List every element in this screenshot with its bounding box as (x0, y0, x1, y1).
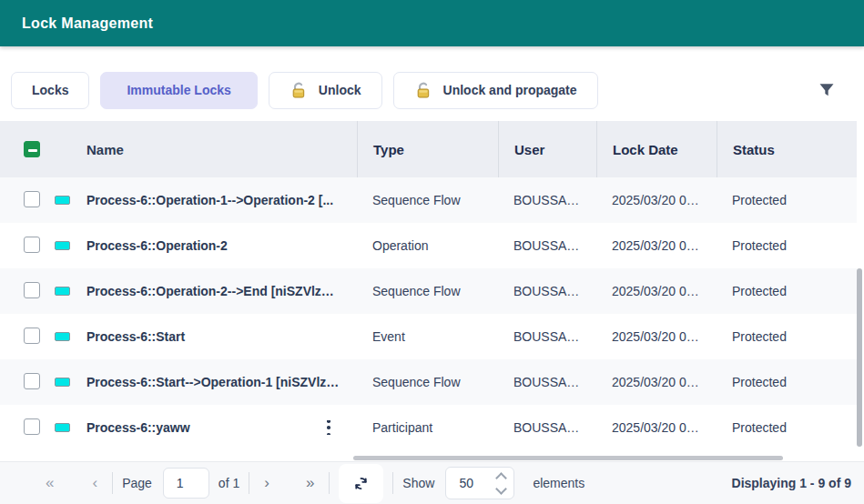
lock-user: BOUSSA… (498, 375, 596, 389)
page-count-label: of 1 (219, 476, 239, 490)
lock-type: Participant (357, 420, 498, 435)
next-page-button[interactable]: › (259, 474, 275, 492)
indeterminate-dash-icon (28, 149, 37, 152)
page-number-input[interactable] (163, 468, 209, 499)
divider (392, 472, 393, 494)
table-row[interactable]: Process-6::Operation-1-->Operation-2 [..… (0, 177, 857, 223)
lock-date: 2025/03/20 0… (596, 329, 717, 344)
unlock-button[interactable]: Unlock (269, 72, 382, 109)
divider (249, 472, 249, 494)
table-row[interactable]: Process-6::Start-->Operation-1 [niSZVlz…… (0, 359, 857, 405)
element-chip-icon (55, 287, 70, 296)
toolbar: Locks Immutable Locks Unlock Unlock and … (0, 71, 864, 109)
row-checkbox[interactable] (24, 237, 40, 253)
table-row[interactable]: Process-6::Start Event BOUSSA… 2025/03/2… (0, 314, 857, 359)
page-label: Page (122, 476, 152, 490)
lock-status: Protected (717, 375, 857, 389)
lock-name: Process-6::Operation-2-->End [niSZVlz… (86, 284, 357, 298)
immutable-locks-button[interactable]: Immutable Locks (100, 72, 257, 109)
element-chip-icon (55, 241, 70, 250)
previous-page-button[interactable]: ‹ (86, 474, 103, 492)
locks-button-label: Locks (32, 83, 68, 97)
row-menu-kebab-icon[interactable] (322, 420, 335, 435)
lock-status: Protected (717, 329, 857, 344)
horizontal-scrollbar[interactable] (353, 456, 783, 460)
displaying-range-label: Displaying 1 - 9 of 9 (732, 476, 851, 490)
row-checkbox[interactable] (24, 328, 40, 344)
select-all-checkbox[interactable] (24, 141, 40, 157)
row-checkbox[interactable] (24, 418, 40, 435)
table-row[interactable]: Process-6::yaww Participant BOUSSA… 2025… (0, 405, 857, 450)
lock-name: Process-6::Operation-2 (86, 238, 357, 253)
lock-type: Event (357, 329, 498, 344)
refresh-button[interactable] (339, 464, 383, 503)
lock-name: Process-6::yaww (86, 420, 190, 435)
lock-user: BOUSSA… (498, 284, 596, 298)
last-page-button[interactable]: » (300, 474, 320, 492)
lock-type: Sequence Flow (357, 193, 498, 207)
lock-date: 2025/03/20 0… (596, 420, 717, 435)
row-checkbox[interactable] (24, 282, 40, 298)
lock-type: Operation (357, 238, 498, 253)
funnel-icon[interactable] (813, 76, 840, 104)
lock-name: Process-6::Start (86, 329, 357, 344)
element-chip-icon (55, 332, 70, 341)
lock-status: Protected (717, 284, 857, 298)
divider (112, 472, 113, 494)
column-header-type[interactable]: Type (357, 121, 498, 177)
page-size-stepper[interactable]: 50 (445, 467, 514, 499)
lock-name: Process-6::Operation-1-->Operation-2 [..… (86, 193, 357, 207)
lock-user: BOUSSA… (498, 329, 596, 344)
increment-chevron-icon[interactable] (496, 472, 508, 484)
lock-user: BOUSSA… (498, 193, 596, 207)
lock-type: Sequence Flow (357, 284, 498, 298)
lock-status: Protected (717, 420, 857, 435)
lock-date: 2025/03/20 0… (596, 375, 717, 389)
lock-date: 2025/03/20 0… (596, 238, 717, 253)
lock-name: Process-6::Start-->Operation-1 [niSZVlz… (86, 375, 357, 389)
column-header-lock-date[interactable]: Lock Date (596, 121, 717, 177)
vertical-scrollbar[interactable] (857, 268, 862, 447)
column-header-status[interactable]: Status (717, 121, 857, 177)
open-padlock-icon (290, 81, 308, 99)
unlock-and-propagate-button[interactable]: Unlock and propagate (393, 72, 598, 109)
open-padlock-icon (414, 81, 432, 99)
decrement-chevron-icon[interactable] (496, 483, 508, 495)
table-row[interactable]: Process-6::Operation-2 Operation BOUSSA…… (0, 223, 857, 268)
app-header: Lock Management (0, 0, 864, 46)
column-header-user[interactable]: User (498, 121, 596, 177)
lock-status: Protected (717, 238, 857, 253)
element-chip-icon (55, 423, 70, 432)
lock-date: 2025/03/20 0… (596, 284, 717, 298)
show-label: Show (402, 476, 434, 490)
first-page-button[interactable]: « (40, 474, 59, 492)
lock-user: BOUSSA… (498, 238, 596, 253)
lock-status: Protected (717, 193, 857, 207)
elements-label: elements (533, 476, 584, 490)
divider (329, 472, 330, 494)
lock-type: Sequence Flow (357, 375, 498, 389)
element-chip-icon (55, 196, 70, 205)
row-checkbox[interactable] (24, 373, 40, 389)
pagination-bar: « ‹ Page of 1 › » Show 50 elements Displ… (0, 461, 864, 504)
refresh-icon (352, 475, 370, 492)
page-title: Lock Management (22, 15, 153, 32)
table-header-row: Name Type User Lock Date Status (0, 121, 857, 177)
table-row[interactable]: Process-6::Operation-2-->End [niSZVlz… S… (0, 268, 857, 314)
lock-date: 2025/03/20 0… (596, 193, 717, 207)
element-chip-icon (55, 378, 70, 387)
row-checkbox[interactable] (24, 191, 40, 207)
column-header-name[interactable]: Name (86, 121, 357, 177)
unlock-and-propagate-button-label: Unlock and propagate (443, 83, 577, 97)
unlock-button-label: Unlock (319, 83, 361, 97)
locks-button[interactable]: Locks (11, 72, 89, 109)
locks-table: Name Type User Lock Date Status Process-… (0, 121, 864, 450)
immutable-locks-button-label: Immutable Locks (127, 83, 230, 97)
lock-user: BOUSSA… (498, 420, 596, 435)
